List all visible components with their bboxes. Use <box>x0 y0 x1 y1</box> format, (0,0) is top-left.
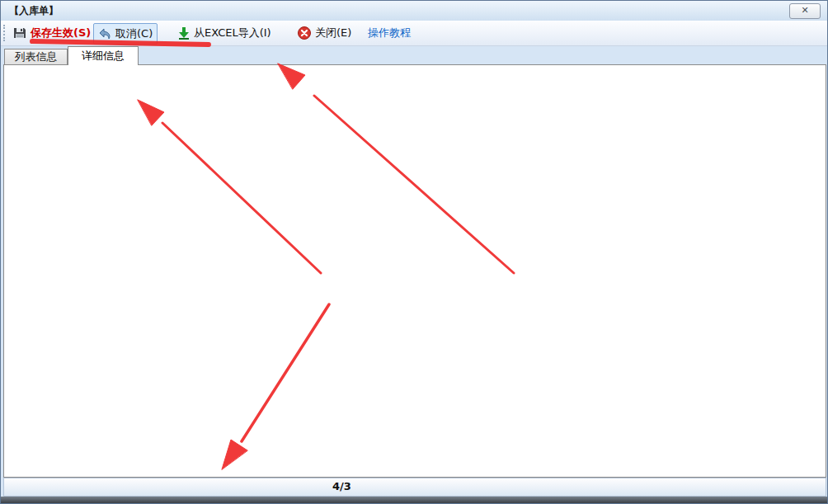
import-from-excel-label: 从EXCEL导入(I) <box>194 26 271 40</box>
undo-icon <box>98 27 111 40</box>
save-effective-button[interactable]: 保存生效(S) <box>9 23 95 43</box>
close-icon: ✕ <box>801 5 808 16</box>
close-form-button[interactable]: 关闭(E) <box>294 23 355 43</box>
inbound-order-window: 【入库单】 ✕ 保存生效(S) 取消(C) 从EXCEL导入(I) 关闭(E) … <box>0 0 828 504</box>
excel-import-icon <box>178 26 190 40</box>
status-page-indicator: 4/3 <box>332 480 351 492</box>
floppy-icon <box>13 26 26 40</box>
close-circle-icon <box>298 26 311 40</box>
tab-detail-info[interactable]: 详细信息 <box>68 46 139 65</box>
detail-panel <box>3 64 826 478</box>
tab-list-info[interactable]: 列表信息 <box>4 49 68 64</box>
toolbar-grip <box>3 25 7 41</box>
import-from-excel-button[interactable]: 从EXCEL导入(I) <box>174 23 275 43</box>
cancel-label: 取消(C) <box>115 26 153 41</box>
window-close-button[interactable]: ✕ <box>789 3 821 19</box>
save-effective-label: 保存生效(S) <box>31 26 91 40</box>
close-form-label: 关闭(E) <box>315 26 351 40</box>
title-bar <box>1 1 827 21</box>
tutorial-label: 操作教程 <box>368 26 411 40</box>
window-title: 【入库单】 <box>9 4 59 18</box>
tutorial-link[interactable]: 操作教程 <box>364 23 415 43</box>
cancel-button[interactable]: 取消(C) <box>93 23 158 45</box>
window-bottom-edge <box>1 497 827 504</box>
status-bar <box>3 478 826 497</box>
